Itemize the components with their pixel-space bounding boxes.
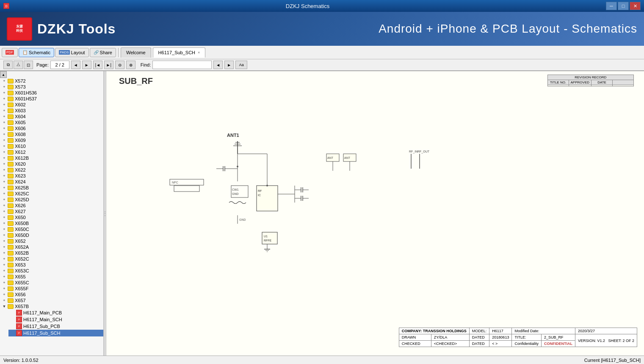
sidebar-item-x625c[interactable]: +X625C bbox=[0, 191, 103, 197]
prev-page-button[interactable]: ◄ bbox=[71, 61, 80, 69]
company-cell: COMPANY: TRANSSION HOLDINGS bbox=[399, 328, 469, 334]
dated-checked-value-cell: < > bbox=[489, 341, 512, 347]
sidebar-item-x650d[interactable]: +X650D bbox=[0, 232, 103, 238]
model-value-cell: H6117 bbox=[489, 328, 512, 334]
close-button[interactable]: ✕ bbox=[630, 2, 641, 10]
sidebar-item-x601h536[interactable]: +X601H536 bbox=[0, 90, 103, 96]
sidebar-scroll-up[interactable]: ▲ bbox=[0, 71, 7, 78]
svg-point-49 bbox=[237, 166, 238, 167]
sidebar-item-x655c[interactable]: +X655C bbox=[0, 280, 103, 286]
schematic-button[interactable]: 📋 Schematic bbox=[19, 48, 54, 57]
schematic-area: ▲ ◄ SUB_RF REVISION RECORD TITLE NO. APP… bbox=[106, 71, 644, 356]
svg-text:RF_OUT: RF_OUT bbox=[417, 150, 430, 153]
share-button[interactable]: 🔗 Share bbox=[90, 48, 116, 57]
sidebar-item-x572[interactable]: +X572 bbox=[0, 78, 103, 84]
status-current: Current [H6117_Sub_SCH] bbox=[584, 358, 641, 363]
sidebar-item-x608[interactable]: +X608 bbox=[0, 131, 103, 137]
toolbar-separator bbox=[118, 48, 119, 57]
svg-text:NPC: NPC bbox=[172, 181, 178, 184]
find-input[interactable] bbox=[152, 61, 212, 69]
titlebar: D DZKJ Schematics ─ □ ✕ bbox=[0, 0, 644, 12]
page-label: Page: bbox=[36, 62, 49, 67]
checked-value-cell: <CHECKED> bbox=[431, 341, 469, 347]
sidebar-item-x653c[interactable]: +X653C bbox=[0, 268, 103, 274]
sidebar-item-x653[interactable]: +X653 bbox=[0, 262, 103, 268]
sidebar-item-x622[interactable]: +X622 bbox=[0, 167, 103, 173]
sidebar-item-x652b[interactable]: +X652B bbox=[0, 250, 103, 256]
sidebar-item-x656[interactable]: +X656 bbox=[0, 292, 103, 297]
tab-h6117-sub-sch[interactable]: H6117_Sub_SCH × bbox=[153, 47, 206, 58]
main-area: ▲ +X572+X573+X601H536+X601H537+X602+X603… bbox=[0, 71, 644, 356]
sidebar-child-h6117-main-pcb[interactable]: PH6117_Main_PCB bbox=[8, 309, 103, 316]
find-prev-button[interactable]: ◄ bbox=[213, 61, 223, 69]
sidebar-item-x606[interactable]: +X606 bbox=[0, 125, 103, 131]
sidebar-child-h6117-sub-pcb[interactable]: PH6117_Sub_PCB bbox=[8, 323, 103, 330]
sidebar-item-x624[interactable]: +X624 bbox=[0, 179, 103, 185]
svg-rect-11 bbox=[174, 186, 199, 192]
pdf-button[interactable]: PDF bbox=[2, 48, 18, 57]
info-table-bottom: COMPANY: TRANSSION HOLDINGS MODEL: H6117… bbox=[399, 328, 637, 347]
toolbar2-icons: ⧉ ⧊ ⊡ bbox=[3, 61, 33, 69]
toolbar-icon-2[interactable]: ⧊ bbox=[14, 61, 23, 69]
sidebar-item-x625b[interactable]: +X625B bbox=[0, 185, 103, 191]
svg-text:U1: U1 bbox=[264, 235, 268, 238]
maximize-button[interactable]: □ bbox=[618, 2, 629, 10]
sidebar-item-x610[interactable]: +X610 bbox=[0, 143, 103, 149]
sidebar-item-x650[interactable]: +X650 bbox=[0, 214, 103, 220]
pdf-icon: PDF bbox=[6, 50, 14, 55]
logo-cn-text: 东霖科技 bbox=[16, 25, 23, 33]
tab-close-icon[interactable]: × bbox=[198, 50, 200, 55]
find-next-button[interactable]: ► bbox=[224, 61, 234, 69]
sidebar-child-h6117-main-sch[interactable]: PH6117_Main_SCH bbox=[8, 316, 103, 323]
title-value-cell: 2_SUB_RF bbox=[541, 334, 575, 341]
sidebar-item-x623[interactable]: +X623 bbox=[0, 173, 103, 179]
pads-button[interactable]: PADS Layout bbox=[55, 48, 88, 57]
sidebar-item-x604[interactable]: +X604 bbox=[0, 114, 103, 119]
sidebar-item-x655[interactable]: +X655 bbox=[0, 274, 103, 280]
sidebar-item-x650b[interactable]: +X650B bbox=[0, 220, 103, 226]
sidebar-item-x650c[interactable]: +X650C bbox=[0, 226, 103, 232]
sidebar-item-x603[interactable]: +X603 bbox=[0, 108, 103, 114]
titlebar-title: DZKJ Schematics bbox=[9, 3, 606, 9]
sidebar-item-x612[interactable]: +X612 bbox=[0, 149, 103, 155]
sidebar-item-x573[interactable]: +X573 bbox=[0, 84, 103, 90]
sidebar-item-x605[interactable]: +X605 bbox=[0, 119, 103, 125]
find-label: Find: bbox=[141, 62, 151, 67]
sidebar-items: +X572+X573+X601H536+X601H537+X602+X603+X… bbox=[0, 78, 103, 336]
zoom-in-button[interactable]: ⊕ bbox=[126, 61, 135, 69]
sidebar-item-x652c[interactable]: +X652C bbox=[0, 256, 103, 262]
tab-welcome-label: Welcome bbox=[126, 50, 146, 55]
find-case-button[interactable]: Aa bbox=[235, 61, 247, 69]
sidebar-item-x609[interactable]: +X609 bbox=[0, 137, 103, 143]
sidebar-item-x655f[interactable]: +X655F bbox=[0, 286, 103, 292]
toolbar-icon-1[interactable]: ⧉ bbox=[3, 61, 13, 69]
sidebar-item-x602[interactable]: +X602 bbox=[0, 102, 103, 108]
schematic-icon: 📋 bbox=[22, 50, 28, 55]
logo-box: 东霖科技 bbox=[7, 17, 32, 41]
tab-welcome[interactable]: Welcome bbox=[121, 47, 151, 58]
next-page-button[interactable]: ► bbox=[82, 61, 91, 69]
sidebar-item-x657[interactable]: +X657 bbox=[0, 297, 103, 303]
sidebar-item-x626[interactable]: +X626 bbox=[0, 203, 103, 208]
toolbar1: PDF 📋 Schematic PADS Layout 🔗 Share Welc… bbox=[0, 46, 644, 59]
zoom-out-button[interactable]: ⊖ bbox=[115, 61, 124, 69]
minimize-button[interactable]: ─ bbox=[606, 2, 617, 10]
modified-label-cell: Modified Date: bbox=[512, 328, 575, 334]
version-cell: VERSION: V1.2 SHEET: 2 OF 2 bbox=[575, 334, 637, 347]
sidebar-item-x627[interactable]: +X627 bbox=[0, 208, 103, 214]
svg-text:GND: GND bbox=[239, 218, 246, 221]
first-page-button[interactable]: |◄ bbox=[93, 61, 102, 69]
sidebar-item-x601h537[interactable]: +X601H537 bbox=[0, 96, 103, 102]
page-input[interactable] bbox=[50, 61, 69, 69]
sidebar-item-x620[interactable]: +X620 bbox=[0, 161, 103, 167]
sidebar-child-h6117-sub-sch[interactable]: PH6117_Sub_SCH bbox=[8, 330, 103, 336]
ant1-label: ANT1 bbox=[227, 133, 239, 138]
sidebar-item-x652[interactable]: +X652 bbox=[0, 238, 103, 244]
toolbar-icon-3[interactable]: ⊡ bbox=[24, 61, 33, 69]
sidebar-item-x652a[interactable]: +X652A bbox=[0, 244, 103, 250]
sidebar-item-x657b[interactable]: ▼X657B bbox=[0, 303, 103, 309]
sidebar-item-x612b[interactable]: +X612B bbox=[0, 155, 103, 161]
last-page-button[interactable]: ►| bbox=[104, 61, 113, 69]
dated-drawn-value-cell: 20180613 bbox=[489, 334, 512, 341]
sidebar-item-x625d[interactable]: +X625D bbox=[0, 197, 103, 203]
